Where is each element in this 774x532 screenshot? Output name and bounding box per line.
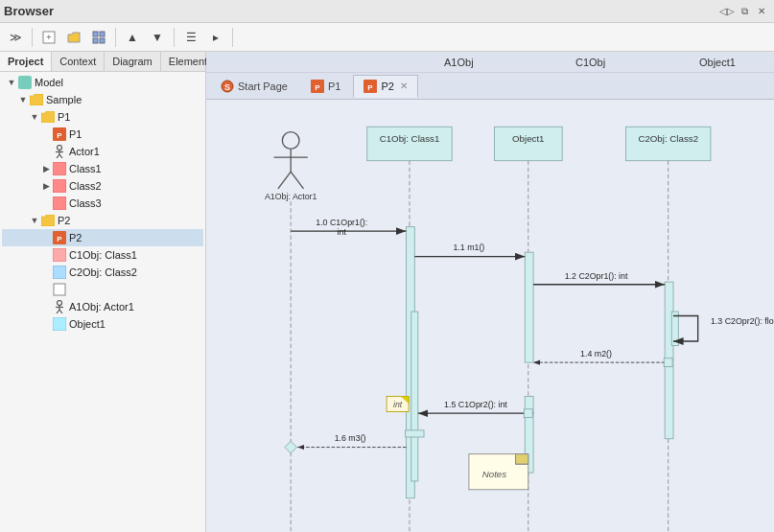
toggle-class1[interactable]: ▶ [40, 163, 52, 174]
tab-project[interactable]: Project [0, 52, 52, 71]
tree-object1[interactable]: Object1 [2, 315, 203, 333]
toolbar-btn-1[interactable]: ≫ [4, 26, 27, 49]
toggle-sample[interactable]: ▼ [17, 94, 29, 105]
p2-seq-icon: P [52, 230, 67, 245]
tree-class2[interactable]: ▶ Class2 [2, 177, 203, 195]
msg-1-1-label: 1.1 m1() [453, 243, 484, 252]
class3-label: Class3 [69, 197, 102, 209]
tree-model[interactable]: ▼ Model [2, 74, 203, 91]
tree-a1obj[interactable]: A1Obj: Actor1 [2, 298, 203, 315]
toggle-p1-seq [40, 128, 52, 140]
content-area: A1Obj C1Obj Object1 C2Obj S Start Page P… [206, 52, 774, 532]
tab-p2[interactable]: P P2 ✕ [353, 75, 417, 98]
tab-context[interactable]: Context [52, 52, 105, 71]
down-btn[interactable]: ▼ [146, 26, 169, 49]
svg-text:P: P [315, 83, 320, 92]
tree-sample[interactable]: ▼ Sample [2, 91, 203, 108]
class1-icon [52, 161, 67, 176]
diagram-area: A1Obj: Actor1 C1Obj: Class1 Object1 [206, 100, 774, 532]
a1obj-label: A1Obj: Actor1 [69, 301, 134, 312]
a1obj-lifeline-label: A1Obj: Actor1 [265, 192, 317, 201]
tree-actor1[interactable]: Actor1 [2, 143, 203, 160]
svg-point-22 [58, 301, 62, 306]
more-btn[interactable]: ▸ [204, 26, 227, 49]
tree-p1-seq[interactable]: P P1 [2, 126, 203, 143]
toggle-p1-folder[interactable]: ▼ [29, 111, 40, 123]
new-btn[interactable]: + [37, 26, 60, 49]
int-label: int [393, 400, 403, 409]
tree-p2-seq[interactable]: P P2 [2, 229, 203, 246]
p2-folder-icon [40, 213, 56, 228]
close-btn[interactable]: ✕ [753, 3, 770, 20]
model-label: Model [35, 77, 63, 88]
class2-icon [52, 178, 67, 194]
svg-text:S: S [224, 82, 230, 92]
svg-rect-15 [53, 179, 66, 193]
obj1-square-1-5 [524, 409, 532, 418]
open-btn[interactable] [62, 26, 85, 49]
tree-class1[interactable]: ▶ Class1 [2, 160, 203, 177]
p1-seq-icon: P [52, 127, 67, 142]
a1obj-icon [52, 299, 67, 314]
tree-p2-folder[interactable]: ▼ P2 [2, 212, 203, 229]
tree-c1obj[interactable]: C1Obj: Class1 [2, 246, 203, 264]
msg-1-0-label: 1.0 C1Opr1(): [316, 218, 367, 227]
pin-btn[interactable]: ◁▷ [718, 3, 736, 20]
svg-point-9 [58, 146, 62, 150]
toggle-class2[interactable]: ▶ [40, 180, 52, 192]
p2-tab-icon: P [364, 80, 377, 93]
tab-start-page[interactable]: S Start Page [210, 75, 298, 98]
svg-line-25 [57, 310, 59, 313]
browser-title: Browser [4, 4, 54, 18]
tab-p1[interactable]: P P1 [300, 75, 351, 98]
sample-label: Sample [46, 94, 82, 105]
msg-1-5-label: 1.5 C1Opr2(): int [444, 400, 507, 409]
p2-tab-close[interactable]: ✕ [400, 81, 408, 91]
svg-rect-6 [18, 76, 32, 89]
main-layout: Project Context Diagram Element ▼ Model … [0, 52, 774, 532]
column-headers: A1Obj C1Obj Object1 C2Obj [206, 52, 774, 73]
grid-btn[interactable] [87, 26, 110, 49]
svg-text:P: P [57, 235, 62, 243]
col-header-a1obj: A1Obj [444, 57, 474, 68]
msg-1-2-label: 1.2 C2Opr1(): int [565, 271, 628, 281]
c2obj-label: C2Obj: Class2 [69, 266, 137, 278]
tree-class3[interactable]: Class3 [2, 195, 203, 212]
tree-note[interactable] [2, 281, 203, 298]
p2-folder-label: P2 [58, 215, 70, 226]
col-header-c1obj: C1Obj [575, 57, 605, 68]
svg-rect-27 [53, 317, 66, 331]
class2-label: Class2 [69, 180, 102, 192]
p1-seq-label: P1 [69, 128, 82, 140]
svg-rect-4 [93, 38, 98, 43]
c1obj-box-label: C1Obj: Class1 [380, 133, 440, 144]
toolbar: ≫ + ▲ ▼ ☰ ▸ [0, 23, 774, 52]
toggle-p2-folder[interactable]: ▼ [29, 215, 40, 226]
float-btn[interactable]: ⧉ [736, 3, 753, 20]
tree-c2obj[interactable]: C2Obj: Class2 [2, 264, 203, 281]
toggle-model[interactable]: ▼ [6, 77, 17, 88]
svg-line-13 [59, 154, 62, 158]
p1-folder-icon [40, 109, 56, 125]
start-page-label: Start Page [238, 81, 288, 92]
tabs-bar: S Start Page P P1 P P2 ✕ [206, 73, 774, 100]
model-icon [17, 75, 33, 90]
class3-icon [52, 196, 67, 211]
notes-text: Notes [482, 469, 507, 479]
col-header-object1: Object1 [699, 57, 736, 68]
tree-p1-folder[interactable]: ▼ P1 [2, 108, 203, 126]
list-btn[interactable]: ☰ [179, 26, 202, 49]
svg-text:P: P [57, 131, 62, 140]
p1-folder-label: P1 [58, 111, 70, 123]
msg-1-0-label2: int [338, 227, 347, 237]
msg-1-3-label: 1.3 C2Opr2(): float [711, 316, 774, 326]
object1-box-label: Object1 [512, 133, 545, 144]
svg-rect-5 [100, 38, 105, 43]
p1-tab-label: P1 [328, 81, 340, 92]
c2obj-square-1-4 [664, 359, 672, 367]
up-btn[interactable]: ▲ [121, 26, 144, 49]
svg-rect-16 [53, 197, 66, 210]
svg-text:P: P [368, 83, 374, 92]
sidebar: Project Context Diagram Element ▼ Model … [0, 52, 206, 532]
tab-diagram[interactable]: Diagram [105, 52, 161, 71]
